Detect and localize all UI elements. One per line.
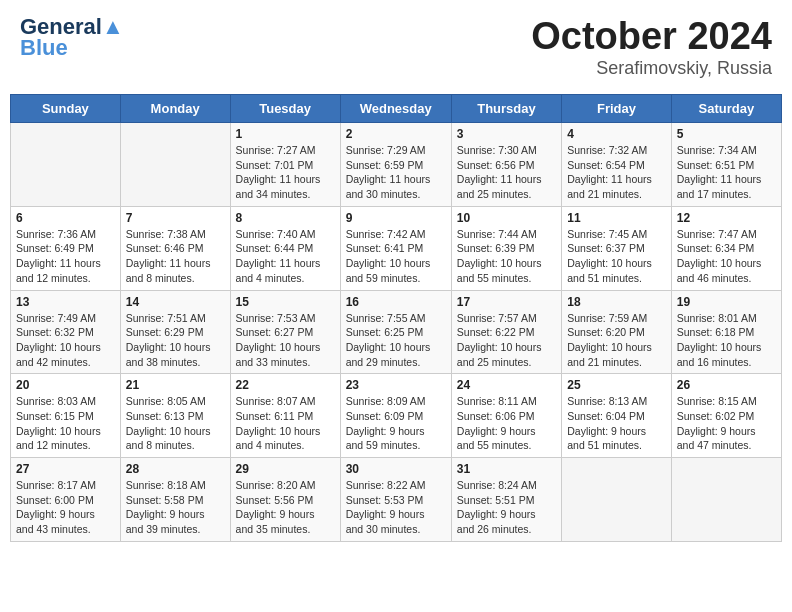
logo: General▲ Blue — [20, 15, 124, 61]
day-number: 5 — [677, 127, 776, 141]
calendar-day-cell: 10Sunrise: 7:44 AM Sunset: 6:39 PM Dayli… — [451, 206, 561, 290]
day-info: Sunrise: 8:03 AM Sunset: 6:15 PM Dayligh… — [16, 394, 115, 453]
calendar-day-cell: 29Sunrise: 8:20 AM Sunset: 5:56 PM Dayli… — [230, 458, 340, 542]
day-info: Sunrise: 8:20 AM Sunset: 5:56 PM Dayligh… — [236, 478, 335, 537]
day-info: Sunrise: 7:57 AM Sunset: 6:22 PM Dayligh… — [457, 311, 556, 370]
day-number: 15 — [236, 295, 335, 309]
calendar-day-cell: 16Sunrise: 7:55 AM Sunset: 6:25 PM Dayli… — [340, 290, 451, 374]
day-info: Sunrise: 7:27 AM Sunset: 7:01 PM Dayligh… — [236, 143, 335, 202]
calendar-day-cell: 14Sunrise: 7:51 AM Sunset: 6:29 PM Dayli… — [120, 290, 230, 374]
calendar-day-cell: 24Sunrise: 8:11 AM Sunset: 6:06 PM Dayli… — [451, 374, 561, 458]
calendar-day-cell: 7Sunrise: 7:38 AM Sunset: 6:46 PM Daylig… — [120, 206, 230, 290]
day-number: 1 — [236, 127, 335, 141]
calendar-week-row: 13Sunrise: 7:49 AM Sunset: 6:32 PM Dayli… — [11, 290, 782, 374]
day-info: Sunrise: 8:24 AM Sunset: 5:51 PM Dayligh… — [457, 478, 556, 537]
calendar-day-cell: 22Sunrise: 8:07 AM Sunset: 6:11 PM Dayli… — [230, 374, 340, 458]
calendar-day-cell: 19Sunrise: 8:01 AM Sunset: 6:18 PM Dayli… — [671, 290, 781, 374]
day-number: 16 — [346, 295, 446, 309]
day-number: 11 — [567, 211, 666, 225]
day-info: Sunrise: 7:34 AM Sunset: 6:51 PM Dayligh… — [677, 143, 776, 202]
day-info: Sunrise: 7:49 AM Sunset: 6:32 PM Dayligh… — [16, 311, 115, 370]
day-number: 8 — [236, 211, 335, 225]
day-number: 30 — [346, 462, 446, 476]
day-info: Sunrise: 7:55 AM Sunset: 6:25 PM Dayligh… — [346, 311, 446, 370]
calendar-day-cell: 27Sunrise: 8:17 AM Sunset: 6:00 PM Dayli… — [11, 458, 121, 542]
day-info: Sunrise: 8:22 AM Sunset: 5:53 PM Dayligh… — [346, 478, 446, 537]
day-number: 7 — [126, 211, 225, 225]
day-number: 9 — [346, 211, 446, 225]
calendar-day-cell: 8Sunrise: 7:40 AM Sunset: 6:44 PM Daylig… — [230, 206, 340, 290]
weekday-header: Sunday — [11, 95, 121, 123]
calendar-day-cell: 6Sunrise: 7:36 AM Sunset: 6:49 PM Daylig… — [11, 206, 121, 290]
day-number: 26 — [677, 378, 776, 392]
day-info: Sunrise: 8:11 AM Sunset: 6:06 PM Dayligh… — [457, 394, 556, 453]
day-number: 31 — [457, 462, 556, 476]
day-number: 12 — [677, 211, 776, 225]
day-info: Sunrise: 7:51 AM Sunset: 6:29 PM Dayligh… — [126, 311, 225, 370]
calendar-day-cell — [671, 458, 781, 542]
calendar-week-row: 1Sunrise: 7:27 AM Sunset: 7:01 PM Daylig… — [11, 123, 782, 207]
calendar-day-cell: 18Sunrise: 7:59 AM Sunset: 6:20 PM Dayli… — [562, 290, 672, 374]
calendar-day-cell: 21Sunrise: 8:05 AM Sunset: 6:13 PM Dayli… — [120, 374, 230, 458]
calendar-day-cell: 28Sunrise: 8:18 AM Sunset: 5:58 PM Dayli… — [120, 458, 230, 542]
calendar-day-cell: 25Sunrise: 8:13 AM Sunset: 6:04 PM Dayli… — [562, 374, 672, 458]
day-number: 27 — [16, 462, 115, 476]
day-info: Sunrise: 7:44 AM Sunset: 6:39 PM Dayligh… — [457, 227, 556, 286]
calendar-subtitle: Serafimovskiy, Russia — [531, 58, 772, 79]
day-info: Sunrise: 8:09 AM Sunset: 6:09 PM Dayligh… — [346, 394, 446, 453]
calendar-header-row: SundayMondayTuesdayWednesdayThursdayFrid… — [11, 95, 782, 123]
calendar-day-cell: 3Sunrise: 7:30 AM Sunset: 6:56 PM Daylig… — [451, 123, 561, 207]
day-number: 22 — [236, 378, 335, 392]
day-info: Sunrise: 7:30 AM Sunset: 6:56 PM Dayligh… — [457, 143, 556, 202]
calendar-day-cell: 20Sunrise: 8:03 AM Sunset: 6:15 PM Dayli… — [11, 374, 121, 458]
calendar-day-cell: 11Sunrise: 7:45 AM Sunset: 6:37 PM Dayli… — [562, 206, 672, 290]
calendar-day-cell: 2Sunrise: 7:29 AM Sunset: 6:59 PM Daylig… — [340, 123, 451, 207]
weekday-header: Friday — [562, 95, 672, 123]
calendar-day-cell: 23Sunrise: 8:09 AM Sunset: 6:09 PM Dayli… — [340, 374, 451, 458]
calendar-day-cell: 5Sunrise: 7:34 AM Sunset: 6:51 PM Daylig… — [671, 123, 781, 207]
day-number: 14 — [126, 295, 225, 309]
day-number: 19 — [677, 295, 776, 309]
day-number: 13 — [16, 295, 115, 309]
day-info: Sunrise: 7:45 AM Sunset: 6:37 PM Dayligh… — [567, 227, 666, 286]
day-info: Sunrise: 7:36 AM Sunset: 6:49 PM Dayligh… — [16, 227, 115, 286]
day-info: Sunrise: 8:15 AM Sunset: 6:02 PM Dayligh… — [677, 394, 776, 453]
calendar-week-row: 20Sunrise: 8:03 AM Sunset: 6:15 PM Dayli… — [11, 374, 782, 458]
day-number: 20 — [16, 378, 115, 392]
day-info: Sunrise: 7:42 AM Sunset: 6:41 PM Dayligh… — [346, 227, 446, 286]
day-number: 23 — [346, 378, 446, 392]
day-number: 10 — [457, 211, 556, 225]
day-number: 4 — [567, 127, 666, 141]
calendar-day-cell: 13Sunrise: 7:49 AM Sunset: 6:32 PM Dayli… — [11, 290, 121, 374]
calendar-day-cell: 15Sunrise: 7:53 AM Sunset: 6:27 PM Dayli… — [230, 290, 340, 374]
page-header: General▲ Blue October 2024 Serafimovskiy… — [10, 10, 782, 84]
day-info: Sunrise: 8:07 AM Sunset: 6:11 PM Dayligh… — [236, 394, 335, 453]
day-number: 21 — [126, 378, 225, 392]
day-info: Sunrise: 7:59 AM Sunset: 6:20 PM Dayligh… — [567, 311, 666, 370]
day-info: Sunrise: 8:17 AM Sunset: 6:00 PM Dayligh… — [16, 478, 115, 537]
day-info: Sunrise: 7:38 AM Sunset: 6:46 PM Dayligh… — [126, 227, 225, 286]
day-info: Sunrise: 7:47 AM Sunset: 6:34 PM Dayligh… — [677, 227, 776, 286]
calendar-title-block: October 2024 Serafimovskiy, Russia — [531, 15, 772, 79]
day-info: Sunrise: 8:01 AM Sunset: 6:18 PM Dayligh… — [677, 311, 776, 370]
calendar-day-cell: 31Sunrise: 8:24 AM Sunset: 5:51 PM Dayli… — [451, 458, 561, 542]
calendar-week-row: 27Sunrise: 8:17 AM Sunset: 6:00 PM Dayli… — [11, 458, 782, 542]
day-number: 17 — [457, 295, 556, 309]
calendar-day-cell: 12Sunrise: 7:47 AM Sunset: 6:34 PM Dayli… — [671, 206, 781, 290]
day-number: 28 — [126, 462, 225, 476]
calendar-title: October 2024 — [531, 15, 772, 58]
day-number: 25 — [567, 378, 666, 392]
day-info: Sunrise: 8:13 AM Sunset: 6:04 PM Dayligh… — [567, 394, 666, 453]
weekday-header: Thursday — [451, 95, 561, 123]
day-number: 6 — [16, 211, 115, 225]
calendar-table: SundayMondayTuesdayWednesdayThursdayFrid… — [10, 94, 782, 542]
day-info: Sunrise: 7:40 AM Sunset: 6:44 PM Dayligh… — [236, 227, 335, 286]
day-info: Sunrise: 7:32 AM Sunset: 6:54 PM Dayligh… — [567, 143, 666, 202]
day-number: 3 — [457, 127, 556, 141]
day-info: Sunrise: 7:53 AM Sunset: 6:27 PM Dayligh… — [236, 311, 335, 370]
calendar-day-cell: 30Sunrise: 8:22 AM Sunset: 5:53 PM Dayli… — [340, 458, 451, 542]
day-number: 29 — [236, 462, 335, 476]
weekday-header: Wednesday — [340, 95, 451, 123]
weekday-header: Tuesday — [230, 95, 340, 123]
day-info: Sunrise: 7:29 AM Sunset: 6:59 PM Dayligh… — [346, 143, 446, 202]
